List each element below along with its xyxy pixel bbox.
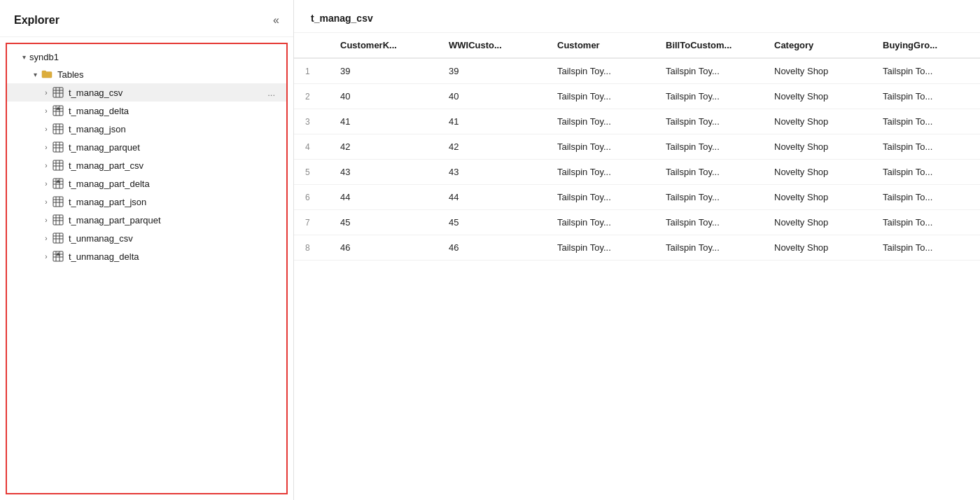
- cell-row_num: 2: [294, 84, 329, 109]
- sidebar-item-t_manag_csv[interactable]: › t_manag_csv...: [7, 83, 286, 102]
- cell-Category: Novelty Shop: [763, 160, 872, 185]
- col-header-CustomerK: CustomerK...: [329, 33, 438, 58]
- chevron-down-icon: ▾: [18, 51, 29, 62]
- cell-WWICusto: 40: [438, 84, 546, 109]
- table-row[interactable]: 54343Tailspin Toy...Tailspin Toy...Novel…: [294, 160, 980, 185]
- cell-BillToCustomer: Tailspin Toy...: [654, 109, 763, 134]
- svg-rect-21: [53, 160, 63, 170]
- cell-BuyingGroup: Tailspin To...: [872, 109, 980, 134]
- cell-BillToCustomer: Tailspin Toy...: [654, 210, 763, 235]
- sidebar-item-t_unmanag_csv[interactable]: › t_unmanag_csv: [7, 229, 286, 247]
- cell-WWICusto: 41: [438, 109, 546, 134]
- sidebar-item-t_manag_delta[interactable]: › t_manag_delta: [7, 102, 286, 120]
- col-header-BillToCustomer: BillToCustom...: [654, 33, 763, 58]
- svg-rect-37: [53, 215, 63, 225]
- cell-CustomerK: 39: [329, 58, 438, 84]
- more-options-button[interactable]: ...: [262, 88, 281, 98]
- svg-rect-42: [53, 233, 63, 243]
- cell-CustomerK: 40: [329, 84, 438, 109]
- cell-CustomerK: 41: [329, 109, 438, 134]
- cell-BuyingGroup: Tailspin To...: [872, 210, 980, 235]
- sidebar-item-t_manag_part_json[interactable]: › t_manag_part_json: [7, 193, 286, 211]
- cell-BuyingGroup: Tailspin To...: [872, 84, 980, 109]
- cell-CustomerK: 43: [329, 160, 438, 185]
- cell-BuyingGroup: Tailspin To...: [872, 58, 980, 84]
- table-delta-icon: [52, 104, 64, 117]
- cell-BillToCustomer: Tailspin Toy...: [654, 160, 763, 185]
- cell-BuyingGroup: Tailspin To...: [872, 185, 980, 210]
- chevron-right-icon: ›: [41, 196, 52, 207]
- cell-BillToCustomer: Tailspin Toy...: [654, 185, 763, 210]
- table-name-label: t_manag_part_delta: [69, 179, 281, 189]
- cell-Category: Novelty Shop: [763, 185, 872, 210]
- sidebar-header: Explorer «: [0, 0, 293, 37]
- table-icon: [52, 195, 64, 208]
- table-row[interactable]: 74545Tailspin Toy...Tailspin Toy...Novel…: [294, 210, 980, 235]
- table-name-label: t_manag_csv: [69, 88, 262, 98]
- cell-row_num: 8: [294, 235, 329, 261]
- cell-CustomerK: 42: [329, 134, 438, 160]
- db-label: syndb1: [29, 52, 281, 62]
- table-body: 13939Tailspin Toy...Tailspin Toy...Novel…: [294, 58, 980, 261]
- col-header-Customer: Customer: [546, 33, 654, 58]
- cell-Customer: Tailspin Toy...: [546, 58, 654, 84]
- table-name-label: t_manag_part_csv: [69, 160, 281, 171]
- sidebar-item-t_manag_json[interactable]: › t_manag_json: [7, 120, 286, 138]
- sidebar-item-t_manag_part_parquet[interactable]: › t_manag_part_parquet: [7, 211, 286, 229]
- cell-WWICusto: 39: [438, 58, 546, 84]
- chevron-right-icon: ›: [41, 251, 52, 262]
- chevron-right-icon: ›: [41, 123, 52, 134]
- sidebar-item-tables-folder[interactable]: ▾ Tables: [7, 65, 286, 83]
- sidebar-item-t_manag_part_csv[interactable]: › t_manag_part_csv: [7, 156, 286, 174]
- svg-rect-16: [53, 142, 63, 152]
- chevron-right-icon: ›: [41, 87, 52, 98]
- svg-rect-11: [53, 124, 63, 134]
- svg-rect-0: [53, 88, 63, 97]
- cell-BillToCustomer: Tailspin Toy...: [654, 84, 763, 109]
- cell-Customer: Tailspin Toy...: [546, 210, 654, 235]
- cell-BuyingGroup: Tailspin To...: [872, 134, 980, 160]
- sidebar: Explorer « ▾ syndb1 ▾ Tables ›: [0, 0, 294, 500]
- sidebar-item-t_unmanag_delta[interactable]: › t_unmanag_delta: [7, 247, 286, 265]
- cell-row_num: 5: [294, 160, 329, 185]
- cell-WWICusto: 46: [438, 235, 546, 261]
- table-row[interactable]: 13939Tailspin Toy...Tailspin Toy...Novel…: [294, 58, 980, 84]
- table-name-header: t_manag_csv: [294, 0, 980, 33]
- cell-BillToCustomer: Tailspin Toy...: [654, 235, 763, 261]
- data-table-wrapper: CustomerK...WWICusto...CustomerBillToCus…: [294, 33, 980, 500]
- collapse-button[interactable]: «: [270, 13, 282, 28]
- folder-icon: [41, 68, 53, 81]
- table-row[interactable]: 24040Tailspin Toy...Tailspin Toy...Novel…: [294, 84, 980, 109]
- cell-Category: Novelty Shop: [763, 235, 872, 261]
- cell-BillToCustomer: Tailspin Toy...: [654, 134, 763, 160]
- sidebar-item-t_manag_parquet[interactable]: › t_manag_parquet: [7, 138, 286, 156]
- cell-CustomerK: 44: [329, 185, 438, 210]
- table-row[interactable]: 64444Tailspin Toy...Tailspin Toy...Novel…: [294, 185, 980, 210]
- cell-Customer: Tailspin Toy...: [546, 134, 654, 160]
- table-row[interactable]: 84646Tailspin Toy...Tailspin Toy...Novel…: [294, 235, 980, 261]
- table-icon: [52, 86, 64, 99]
- cell-BuyingGroup: Tailspin To...: [872, 160, 980, 185]
- cell-row_num: 4: [294, 134, 329, 160]
- cell-WWICusto: 43: [438, 160, 546, 185]
- table-delta-icon: [52, 250, 64, 263]
- chevron-right-icon: ›: [41, 105, 52, 116]
- cell-WWICusto: 45: [438, 210, 546, 235]
- table-icon: [52, 159, 64, 172]
- sidebar-item-t_manag_part_delta[interactable]: › t_manag_part_delta: [7, 174, 286, 193]
- sidebar-tree-wrapper: ▾ syndb1 ▾ Tables › t_manag_csv...›: [6, 43, 288, 494]
- cell-Category: Novelty Shop: [763, 210, 872, 235]
- table-header: CustomerK...WWICusto...CustomerBillToCus…: [294, 33, 980, 58]
- col-header-BuyingGroup: BuyingGro...: [872, 33, 980, 58]
- table-row[interactable]: 34141Tailspin Toy...Tailspin Toy...Novel…: [294, 109, 980, 134]
- cell-Category: Novelty Shop: [763, 84, 872, 109]
- sidebar-title: Explorer: [14, 14, 59, 27]
- cell-row_num: 1: [294, 58, 329, 84]
- cell-Customer: Tailspin Toy...: [546, 109, 654, 134]
- table-row[interactable]: 44242Tailspin Toy...Tailspin Toy...Novel…: [294, 134, 980, 160]
- chevron-right-icon: ›: [41, 160, 52, 171]
- cell-CustomerK: 45: [329, 210, 438, 235]
- cell-Category: Novelty Shop: [763, 134, 872, 160]
- sidebar-item-syndb1[interactable]: ▾ syndb1: [7, 48, 286, 65]
- chevron-right-icon: ›: [41, 232, 52, 244]
